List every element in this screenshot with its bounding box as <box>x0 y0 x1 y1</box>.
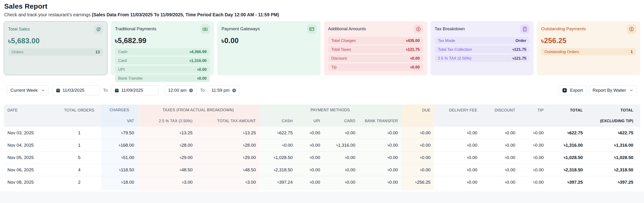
stat-label: Cash <box>118 50 128 54</box>
table-body: Nov 03, 2025 1 ৳79.50 ৳13.25 ৳13.25 ৳622… <box>4 127 640 188</box>
cell-due: ৳256.25 <box>401 176 434 188</box>
to-label: To <box>200 88 205 93</box>
col-group-payment-methods: PAYMENT METHODS <box>259 104 401 115</box>
card-title: Additional Amounts <box>328 26 366 32</box>
cell-total-orders: 1 <box>57 127 101 139</box>
cell-discount: ৳0.00 <box>480 139 518 151</box>
cell-card: ৳0.00 <box>324 176 358 188</box>
card-title: Outstanding Payments <box>541 26 586 32</box>
card-stat-row: Outstanding Orders 1 <box>541 48 636 56</box>
sales-report-page: Sales Report Check and track your restau… <box>0 0 644 203</box>
cell-total-excluding-tip: ৳2,318.50 <box>586 164 640 176</box>
table-row: Nov 05, 2025 5 ৳51.00 ৳29.00 ৳29.00 ৳1,0… <box>4 151 640 164</box>
card-title: Total Sales <box>8 26 30 32</box>
col-header-delivery-fee: DELIVERY FEE <box>434 104 480 127</box>
stat-value: ৳121.75 <box>513 47 526 52</box>
cell-vat: ৳118.50 <box>101 164 137 176</box>
svg-text:$: $ <box>631 28 632 30</box>
cell-card: ৳1,316.00 <box>324 139 358 151</box>
col-header-total-tax-amount: TOTAL TAX AMOUNT <box>198 115 259 127</box>
cell-tip: ৳0.00 <box>518 164 547 176</box>
table-row: Nov 08, 2025 2 ৳18.00 ৳3.00 ৳3.00 ৳397.2… <box>4 176 640 188</box>
chevron-down-icon <box>629 88 634 92</box>
credit-card-icon <box>307 24 316 34</box>
banknote-icon <box>200 24 210 34</box>
cell-tip: ৳0.00 <box>518 176 547 188</box>
svg-text:$: $ <box>98 28 99 31</box>
cell-total-tax-amount: ৳13.25 <box>198 127 259 139</box>
card-stat-row: Total Taxes ৳121.75 <box>328 46 423 53</box>
col-header-tip: TIP <box>518 104 547 127</box>
col-header-card: CARD <box>324 115 358 127</box>
cell-due: ৳0.00 <box>401 139 434 151</box>
cell-card: ৳0.00 <box>324 127 358 139</box>
cell-tip: ৳0.00 <box>518 127 547 139</box>
card-total-sales: Total Sales $ ৳5,683.00 Orders 13 <box>4 21 108 75</box>
cell-discount: ৳0.00 <box>480 164 518 176</box>
time-from-input[interactable]: 12:00 am <box>164 86 197 95</box>
cell-tip: ৳0.00 <box>518 151 547 164</box>
refresh-dollar-icon: $ <box>94 25 103 34</box>
stat-label: Discount <box>331 56 347 61</box>
date-from-input[interactable]: 11/03/2025 <box>52 86 100 95</box>
cell-upi: ৳0.00 <box>296 164 324 176</box>
stat-label: Total Tax Collection <box>438 47 472 52</box>
stat-value: 13 <box>96 50 100 54</box>
export-label: Export <box>570 88 583 93</box>
card-title: Payment Gateways <box>222 26 260 32</box>
cell-total-tax-amount: ৳29.00 <box>198 151 259 164</box>
cell-bank-transfer: ৳0.00 <box>358 151 401 164</box>
cell-bank-transfer: ৳0.00 <box>358 164 401 176</box>
svg-text:$: $ <box>418 28 419 30</box>
col-header-bank-transfer: BANK TRANSFER <box>358 115 401 127</box>
cell-tax-2-5: ৳13.25 <box>137 127 198 139</box>
date-from-value: 11/03/2025 <box>63 88 84 93</box>
stat-value: ৳4,366.99 <box>190 50 207 54</box>
col-group-taxes: TAXES (FROM ACTUAL BREAKDOWN) <box>137 104 259 115</box>
stat-value: ৳0.00 <box>198 67 207 72</box>
card-stat-row: Orders 13 <box>8 48 103 56</box>
date-to-input[interactable]: 11/09/2025 <box>111 86 158 95</box>
card-stat-row: UPI ৳0.00 <box>115 66 210 73</box>
to-label: To <box>103 88 108 93</box>
cell-bank-transfer: ৳0.00 <box>358 139 401 151</box>
card-value: ৳5,682.99 <box>115 36 210 45</box>
col-header-excluding-tip-line2: (EXCLUDING TIP) <box>586 115 640 127</box>
range-select[interactable]: Current Week <box>7 86 49 95</box>
card-stat-row: Bank Transfer ৳0.00 <box>115 75 210 82</box>
card-tax-breakdown: Tax Breakdown Tax Mode Order Total Tax C… <box>430 21 534 75</box>
cell-vat: ৳168.00 <box>101 139 137 151</box>
stat-value: ৳435.00 <box>406 38 420 43</box>
cell-tax-2-5: ৳3.00 <box>137 176 198 188</box>
report-by-value: Report By Waiter <box>592 88 626 93</box>
table-header: DATE TOTAL ORDERS CHARGES TAXES (FROM AC… <box>4 104 640 127</box>
cell-total-tax-amount: ৳3.00 <box>198 176 259 188</box>
cell-due: ৳0.00 <box>401 164 434 176</box>
stat-label: Card <box>118 58 127 63</box>
stat-label: Total Charges <box>331 38 356 43</box>
cell-total-excluding-tip: ৳1,028.50 <box>586 151 640 164</box>
date-to-value: 11/09/2025 <box>121 88 143 93</box>
cell-vat: ৳51.00 <box>101 151 137 164</box>
cell-total-tax-amount: ৳48.50 <box>198 164 259 176</box>
col-header-total: TOTAL <box>547 104 586 127</box>
card-stat-row: Cash ৳4,366.99 <box>115 48 210 56</box>
cell-cash: ৳622.75 <box>259 127 296 139</box>
cell-delivery-fee: ৳0.00 <box>434 176 480 188</box>
export-button[interactable]: Export <box>558 86 586 95</box>
time-to-input[interactable]: 11:59 pm <box>208 86 240 95</box>
card-stat-row: Discount ৳0.00 <box>328 55 423 62</box>
table-row: Nov 06, 2025 4 ৳118.50 ৳48.50 ৳48.50 ৳2,… <box>4 164 640 176</box>
cell-vat: ৳79.50 <box>101 127 137 139</box>
card-payment-gateways: Payment Gateways ৳0.00 <box>217 21 320 75</box>
stat-value: ৳1,316.00 <box>190 58 207 63</box>
report-by-select[interactable]: Report By Waiter <box>589 86 637 95</box>
col-group-charges: CHARGES <box>101 104 137 115</box>
stat-label: Bank Transfer <box>118 76 143 81</box>
subtitle-text: Check and track your restaurant's earnin… <box>4 12 90 17</box>
cell-card: ৳0.00 <box>324 151 358 164</box>
cell-date: Nov 04, 2025 <box>4 139 57 151</box>
col-header-vat: VAT <box>101 115 137 127</box>
cell-tax-2-5: ৳48.50 <box>137 164 198 176</box>
cell-delivery-fee: ৳0.00 <box>434 151 480 164</box>
